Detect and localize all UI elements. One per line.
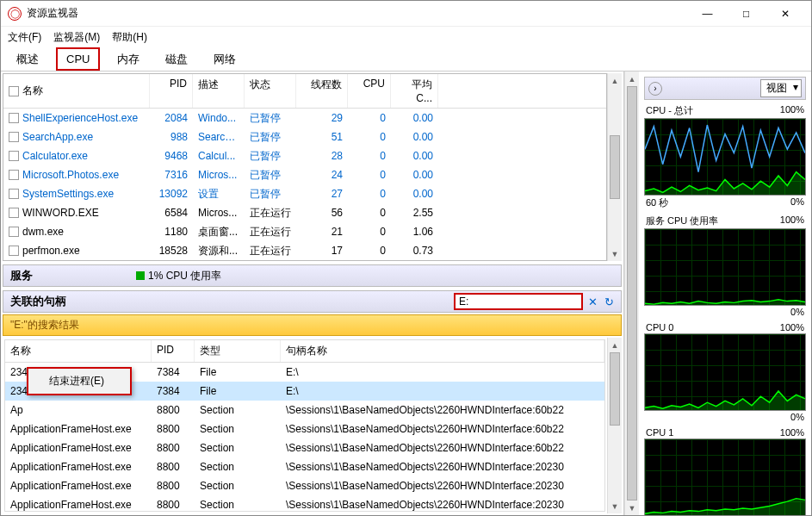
svg-marker-4 [645, 499, 805, 515]
close-button[interactable]: ✕ [766, 1, 804, 27]
handles-search-input[interactable]: E: [454, 293, 583, 310]
process-checkbox[interactable] [9, 246, 19, 256]
process-row[interactable]: WINWORD.EXE 6584Micros...正在运行 5602.55 [3, 203, 606, 222]
process-table: 名称 PID 描述 状态 线程数 CPU 平均 C... ShellExperi… [3, 73, 607, 261]
chart-box: CPU 0100% 0% [644, 321, 806, 423]
handle-row[interactable]: ApplicationFrameHost.exe8800Section\Sess… [5, 495, 604, 512]
hcol-name[interactable]: 名称 [5, 340, 152, 362]
handle-row[interactable]: Ap8800Section\Sessions\1\BaseNamedObject… [5, 401, 604, 420]
chart-body [644, 333, 806, 411]
handles-header[interactable]: 关联的句柄 E: ✕ ↻ [3, 290, 622, 313]
view-dropdown[interactable]: 视图 [760, 79, 802, 97]
tab-network[interactable]: 网络 [205, 48, 245, 71]
minimize-button[interactable]: — [688, 1, 727, 27]
col-pid[interactable]: PID [150, 74, 193, 108]
chart-foot-right: 0% [790, 307, 804, 317]
clear-search-icon[interactable]: ✕ [588, 295, 598, 308]
chart-box: CPU 1100% [644, 426, 806, 515]
checkbox-all[interactable] [9, 86, 19, 96]
handle-row[interactable]: ApplicationFrameHost.exe8800Section\Sess… [5, 420, 604, 438]
app-icon: ◯ [8, 7, 22, 21]
chart-body [644, 118, 806, 196]
handle-row[interactable]: ApplicationFrameHost.exe8800Section\Sess… [5, 438, 604, 457]
tabbar: 概述 CPU 内存 磁盘 网络 [1, 47, 811, 71]
chart-body [644, 438, 806, 515]
maximize-button[interactable]: □ [727, 1, 766, 27]
window-title: 资源监视器 [27, 6, 78, 21]
chart-box: CPU - 总计100% 60 秒0% [644, 103, 806, 210]
services-usage: 1% CPU 使用率 [148, 269, 221, 283]
process-checkbox[interactable] [9, 208, 19, 218]
tab-overview[interactable]: 概述 [8, 48, 47, 71]
col-cpu[interactable]: CPU [348, 74, 391, 108]
chart-box: 服务 CPU 使用率100% 0% [644, 214, 806, 318]
tab-memory[interactable]: 内存 [108, 48, 148, 71]
chart-body [644, 228, 806, 306]
col-name[interactable]: 名称 [22, 84, 43, 98]
services-label: 服务 [10, 268, 33, 283]
chart-foot-right: 0% [790, 196, 804, 209]
handle-row[interactable]: ApplicationFrameHost.exe8800Section\Sess… [5, 457, 604, 476]
process-row[interactable]: dwm.exe 1180桌面窗...正在运行 2101.06 [3, 222, 606, 241]
process-checkbox[interactable] [9, 132, 19, 142]
refresh-icon[interactable]: ↻ [604, 295, 614, 308]
hcol-type[interactable]: 类型 [195, 340, 281, 362]
chart-max: 100% [780, 104, 804, 117]
handles-scrollbar[interactable]: ▲ ▼ [607, 338, 622, 513]
titlebar: ◯ 资源监视器 — □ ✕ [1, 1, 811, 27]
process-checkbox[interactable] [9, 170, 19, 180]
expand-charts-icon[interactable]: › [648, 82, 662, 96]
process-scrollbar[interactable]: ▲ ▼ [607, 73, 622, 261]
process-checkbox[interactable] [9, 151, 19, 161]
search-results-banner: "E:"的搜索结果 [3, 314, 622, 336]
usage-indicator-icon [136, 271, 145, 280]
context-end-process[interactable]: 结束进程(E) [28, 369, 130, 394]
process-row[interactable]: Calculator.exe 9468Calcul...已暂停 2800.00 [3, 146, 606, 165]
col-state[interactable]: 状态 [245, 74, 296, 108]
tab-disk[interactable]: 磁盘 [157, 48, 196, 71]
hcol-handle[interactable]: 句柄名称 [281, 340, 604, 362]
services-bar[interactable]: 服务 1% CPU 使用率 [3, 264, 622, 287]
col-avg[interactable]: 平均 C... [391, 74, 438, 108]
chart-title: CPU - 总计 [646, 104, 693, 117]
menu-file[interactable]: 文件(F) [8, 30, 41, 45]
process-row[interactable]: perfmon.exe 18528资源和...正在运行 1700.73 [3, 241, 606, 260]
col-desc[interactable]: 描述 [193, 74, 245, 108]
handles-table-header: 名称 PID 类型 句柄名称 [5, 340, 604, 363]
chart-title: 服务 CPU 使用率 [646, 214, 718, 227]
process-row[interactable]: SystemSettings.exe 13092设置已暂停 2700.00 [3, 184, 606, 203]
chart-foot-left: 60 秒 [646, 196, 668, 209]
handle-row[interactable]: ApplicationFrameHost.exe8800Section\Sess… [5, 476, 604, 495]
menu-monitor[interactable]: 监视器(M) [53, 30, 100, 45]
process-header: 名称 PID 描述 状态 线程数 CPU 平均 C... [3, 74, 606, 109]
process-checkbox[interactable] [9, 227, 19, 237]
charts-panel: › 视图 CPU - 总计100% 60 秒0% 服务 CPU 使用率100% … [639, 71, 811, 515]
menu-help[interactable]: 帮助(H) [112, 30, 147, 45]
hcol-pid[interactable]: PID [152, 340, 195, 362]
handles-title: 关联的句柄 [10, 294, 66, 309]
menubar: 文件(F) 监视器(M) 帮助(H) [1, 27, 811, 47]
tab-cpu[interactable]: CPU [56, 47, 100, 71]
process-row[interactable]: ShellExperienceHost.exe 2084Windo...已暂停 … [3, 109, 606, 127]
chart-max: 100% [780, 322, 804, 333]
process-row[interactable]: SearchApp.exe 988Search...已暂停 5100.00 [3, 127, 606, 146]
chart-title: CPU 0 [646, 322, 673, 333]
process-checkbox[interactable] [9, 189, 19, 199]
process-row[interactable]: Microsoft.Photos.exe 7316Micros...已暂停 24… [3, 165, 606, 184]
process-checkbox[interactable] [9, 113, 19, 123]
chart-foot-right: 0% [790, 412, 804, 422]
charts-header: › 视图 [644, 77, 806, 100]
handles-table: 名称 PID 类型 句柄名称 2345PicViewer.exe7384File… [4, 339, 605, 512]
col-threads[interactable]: 线程数 [296, 74, 348, 108]
main-scrollbar[interactable]: ▲ ▼ [624, 71, 639, 515]
svg-marker-1 [645, 172, 805, 195]
context-menu: 结束进程(E) [27, 367, 132, 395]
chart-title: CPU 1 [646, 427, 673, 438]
chart-max: 100% [780, 427, 804, 438]
chart-max: 100% [780, 214, 804, 227]
